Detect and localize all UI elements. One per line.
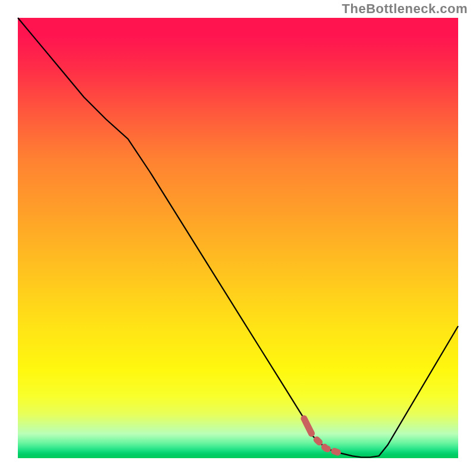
chart-svg [18,18,458,458]
bottleneck-curve [18,18,458,458]
plot-area [18,18,458,458]
watermark-text: TheBottleneck.com [342,1,468,17]
chart-container: TheBottleneck.com [0,0,476,476]
